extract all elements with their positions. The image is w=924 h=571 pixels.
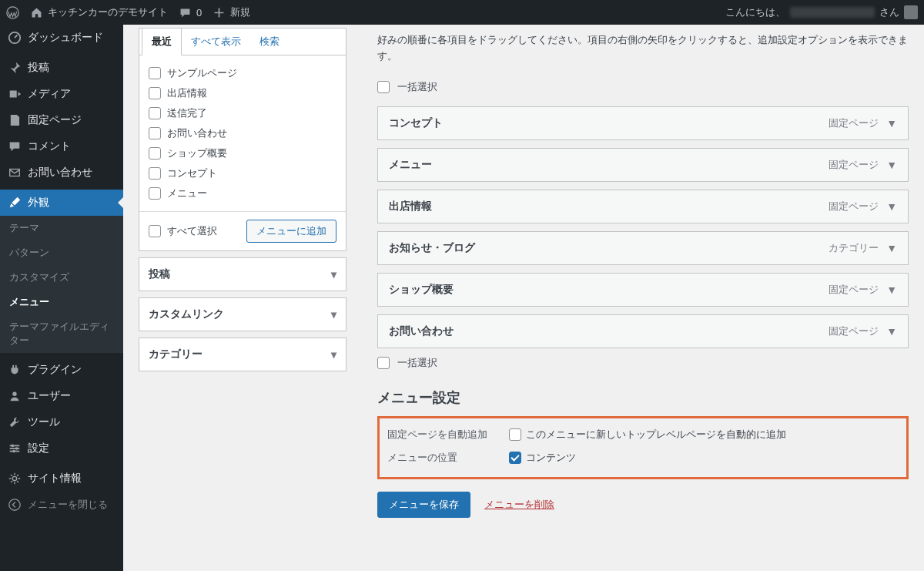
chevron-down-icon[interactable]: ▼ <box>886 325 897 338</box>
drag-hint: 好みの順番に各項目をドラッグしてください。項目の右側の矢印をクリックすると、追加… <box>377 25 909 74</box>
chevron-down-icon[interactable]: ▼ <box>886 284 897 296</box>
sidebar-item-media[interactable]: メディア <box>0 81 123 107</box>
collapse-menu[interactable]: メニューを閉じる <box>0 492 123 518</box>
checkbox-checked[interactable] <box>509 452 521 464</box>
sidebar-label: ユーザー <box>28 389 71 403</box>
select-all-row[interactable]: すべて選択 <box>149 221 217 241</box>
chevron-down-icon[interactable]: ▼ <box>886 200 897 213</box>
sidebar-item-appearance[interactable]: 外観 <box>0 190 123 216</box>
chevron-down-icon[interactable]: ▼ <box>886 117 897 129</box>
menu-item[interactable]: お知らせ・ブログカテゴリー▼ <box>377 231 909 265</box>
comment-icon <box>8 139 22 153</box>
accordion-posts[interactable]: 投稿▾ <box>139 257 346 291</box>
sidebar-label: 設定 <box>28 442 49 455</box>
menu-item-label: メニュー <box>389 158 432 172</box>
location-option[interactable]: コンテンツ <box>509 451 576 465</box>
sidebar-item-posts[interactable]: 投稿 <box>0 55 123 81</box>
sidebar-item-tools[interactable]: ツール <box>0 409 123 435</box>
menu-item-label: ショップ概要 <box>389 283 454 297</box>
checkbox[interactable] <box>377 81 390 93</box>
collapse-icon <box>8 498 22 512</box>
sidebar-item-dashboard[interactable]: ダッシュボード <box>0 25 123 51</box>
page-option[interactable]: サンプルページ <box>149 63 336 83</box>
menu-item[interactable]: お問い合わせ固定ページ▼ <box>377 314 909 348</box>
page-option[interactable]: メニュー <box>149 183 336 203</box>
sidebar-sub-customize[interactable]: カスタマイズ <box>0 265 123 290</box>
checkbox[interactable] <box>377 357 390 369</box>
comment-icon <box>179 6 192 19</box>
sidebar-sub-theme-editor[interactable]: テーマファイルエディター <box>0 314 123 353</box>
bulk-select-top[interactable]: 一括選択 <box>377 80 909 94</box>
sidebar-item-siteinfo[interactable]: サイト情報 <box>0 465 123 492</box>
accordion-custom-links[interactable]: カスタムリンク▾ <box>139 297 346 331</box>
page-label: メニュー <box>167 186 207 200</box>
account-link[interactable]: こんにちは、 さん <box>725 5 918 19</box>
checkbox[interactable] <box>149 127 161 139</box>
home-icon <box>30 6 43 19</box>
svg-rect-2 <box>10 170 20 176</box>
auto-add-option[interactable]: このメニューに新しいトップレベルページを自動的に追加 <box>509 428 786 442</box>
sidebar-label: 投稿 <box>28 61 49 75</box>
location-label: メニューの位置 <box>387 451 487 465</box>
checkbox[interactable] <box>149 187 161 200</box>
wordpress-icon <box>6 6 19 19</box>
menu-item-label: お知らせ・ブログ <box>389 241 475 255</box>
comments-count: 0 <box>196 7 202 18</box>
save-menu-button[interactable]: メニューを保存 <box>377 492 470 518</box>
avatar <box>904 5 918 19</box>
menu-item[interactable]: ショップ概要固定ページ▼ <box>377 273 909 307</box>
checkbox[interactable] <box>149 225 161 237</box>
site-name-link[interactable]: キッチンカーのデモサイト <box>30 5 168 19</box>
checkbox[interactable] <box>509 428 521 441</box>
chevron-down-icon[interactable]: ▼ <box>886 159 897 171</box>
page-label: 出店情報 <box>167 86 207 100</box>
greeting-text: こんにちは、 <box>725 5 785 19</box>
page-option[interactable]: ショップ概要 <box>149 143 336 163</box>
page-option[interactable]: コンセプト <box>149 163 336 183</box>
page-option[interactable]: お問い合わせ <box>149 123 336 143</box>
sidebar-item-plugins[interactable]: プラグイン <box>0 357 123 383</box>
sidebar-item-users[interactable]: ユーザー <box>0 383 123 409</box>
add-to-menu-button[interactable]: メニューに追加 <box>246 220 336 243</box>
sidebar-sub-patterns[interactable]: パターン <box>0 240 123 265</box>
menu-item[interactable]: メニュー固定ページ▼ <box>377 148 909 182</box>
chevron-down-icon[interactable]: ▼ <box>886 242 897 254</box>
sidebar-sub-menus[interactable]: メニュー <box>0 290 123 314</box>
checkbox[interactable] <box>149 87 161 99</box>
brush-icon <box>8 196 22 210</box>
tab-recent[interactable]: 最近 <box>142 29 182 55</box>
tab-search[interactable]: 検索 <box>250 29 289 55</box>
menu-item-type: 固定ページ <box>829 324 879 338</box>
accordion-categories[interactable]: カテゴリー▾ <box>139 338 346 371</box>
delete-menu-link[interactable]: メニューを削除 <box>484 498 554 512</box>
bulk-select-bottom[interactable]: 一括選択 <box>377 356 909 370</box>
menu-item[interactable]: 出店情報固定ページ▼ <box>377 190 909 223</box>
menu-item-label: 出店情報 <box>389 200 432 213</box>
pages-tabs: 最近 すべて表示 検索 <box>139 29 346 55</box>
new-content-link[interactable]: 新規 <box>213 5 250 19</box>
sidebar-sub-themes[interactable]: テーマ <box>0 216 123 240</box>
checkbox[interactable] <box>149 107 161 119</box>
checkbox[interactable] <box>149 67 161 79</box>
sidebar-item-comments[interactable]: コメント <box>0 133 123 160</box>
sidebar-item-settings[interactable]: 設定 <box>0 435 123 462</box>
add-items-column: 最近 すべて表示 検索 サンプルページ 出店情報 送信完了 お問い合わせ ショッ… <box>139 25 346 518</box>
acc-label: 投稿 <box>149 267 170 281</box>
menu-structure-column: 好みの順番に各項目をドラッグしてください。項目の右側の矢印をクリックすると、追加… <box>377 25 909 518</box>
collapse-label: メニューを閉じる <box>28 498 108 512</box>
menu-item[interactable]: コンセプト固定ページ▼ <box>377 106 909 140</box>
sidebar-item-pages[interactable]: 固定ページ <box>0 107 123 133</box>
tab-all[interactable]: すべて表示 <box>182 29 250 55</box>
page-option[interactable]: 送信完了 <box>149 103 336 123</box>
admin-bar: キッチンカーのデモサイト 0 新規 こんにちは、 さん <box>0 0 924 25</box>
page-icon <box>8 113 22 127</box>
user-icon <box>8 389 22 403</box>
wp-logo[interactable] <box>6 6 19 19</box>
menu-items-list: コンセプト固定ページ▼ メニュー固定ページ▼ 出店情報固定ページ▼ お知らせ・ブ… <box>377 106 909 348</box>
checkbox[interactable] <box>149 167 161 180</box>
page-option[interactable]: 出店情報 <box>149 83 336 103</box>
tool-icon <box>8 415 22 429</box>
comments-link[interactable]: 0 <box>179 6 202 19</box>
checkbox[interactable] <box>149 147 161 160</box>
sidebar-item-contact[interactable]: お問い合わせ <box>0 160 123 186</box>
